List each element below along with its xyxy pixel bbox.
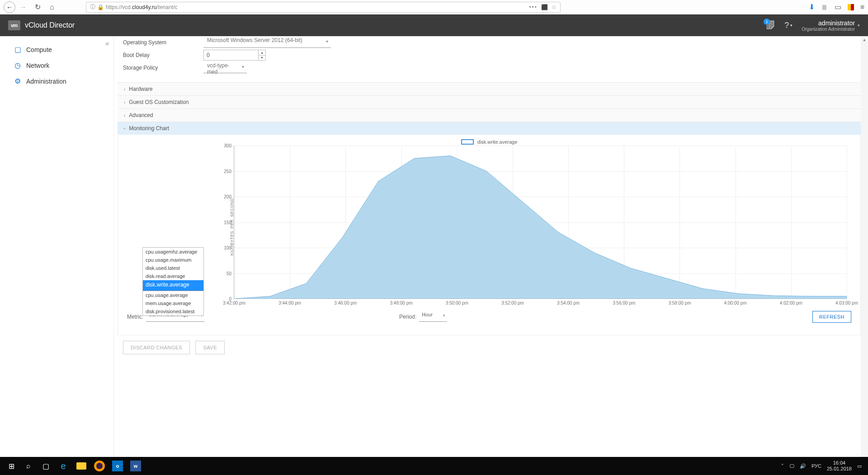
tray-chevron-icon[interactable]: ˄ bbox=[781, 463, 784, 469]
menu-icon[interactable]: ≡ bbox=[860, 3, 864, 11]
chevron-right-icon: › bbox=[124, 100, 125, 105]
boot-delay-label: Boot Delay bbox=[123, 52, 203, 58]
section-guest-os[interactable]: ›Guest OS Customization bbox=[118, 95, 861, 108]
period-select[interactable]: Hour ▾ bbox=[419, 312, 447, 322]
home-button[interactable]: ⌂ bbox=[45, 0, 59, 14]
user-role: Organization Administrator bbox=[802, 27, 855, 32]
sidebar-item-compute[interactable]: ▢ Compute bbox=[0, 42, 113, 57]
tray-network-icon[interactable]: 🖵 bbox=[789, 463, 794, 469]
forward-button[interactable]: → bbox=[16, 0, 30, 14]
period-label: Period: bbox=[399, 314, 416, 320]
tray-volume-icon[interactable]: 🔊 bbox=[800, 463, 806, 469]
metric-option[interactable]: mem.usage.average bbox=[143, 299, 203, 307]
y-tick: 100 bbox=[224, 245, 231, 250]
metric-option[interactable]: disk.used.latest bbox=[143, 264, 203, 272]
tasks-badge: 1 bbox=[764, 19, 770, 25]
user-menu[interactable]: administrator Organization Administrator… bbox=[802, 19, 860, 32]
tray-notifications-icon[interactable]: ▭ bbox=[857, 463, 862, 469]
main-content: Operating System Microsoft Windows Serve… bbox=[114, 36, 868, 457]
x-tick: 4:02:00 pm bbox=[780, 301, 802, 306]
discard-changes-button[interactable]: DISCARD CHANGES bbox=[123, 341, 190, 354]
footer-actions: DISCARD CHANGES SAVE bbox=[118, 335, 861, 354]
sidebar-item-label: Administration bbox=[26, 78, 66, 85]
sidebar-item-label: Compute bbox=[26, 46, 52, 53]
section-monitoring-chart[interactable]: ›Monitoring Chart bbox=[118, 122, 861, 135]
compute-icon: ▢ bbox=[14, 45, 22, 54]
url-bar[interactable]: ⓘ 🔒 https://vcd.cloud4y.ru/tenant/c ••• … bbox=[86, 2, 561, 13]
storage-select[interactable]: vcd-type-med ▾ bbox=[203, 62, 247, 73]
tray-clock[interactable]: 16:04 25.01.2018 bbox=[827, 460, 852, 472]
extension-icon[interactable] bbox=[848, 4, 854, 10]
x-tick: 4:00:00 pm bbox=[724, 301, 747, 306]
os-label: Operating System bbox=[123, 39, 203, 46]
metric-option[interactable]: disk.write.average bbox=[143, 280, 203, 291]
tray-language[interactable]: РУС bbox=[811, 463, 821, 469]
save-button[interactable]: SAVE bbox=[195, 341, 225, 354]
pocket-icon[interactable]: ⬛ bbox=[541, 4, 548, 10]
section-advanced[interactable]: ›Advanced bbox=[118, 108, 861, 122]
sidebar-toggle-icon[interactable]: ▭ bbox=[835, 3, 841, 11]
scroll-up-icon[interactable]: ▲ bbox=[861, 36, 868, 43]
vertical-scrollbar[interactable]: ▲ bbox=[861, 36, 868, 457]
tasks-icon[interactable]: 1 🗐 bbox=[766, 20, 775, 31]
search-icon[interactable]: ⌕ bbox=[20, 457, 37, 475]
legend-label: disk.write.average bbox=[477, 139, 518, 145]
refresh-button[interactable]: REFRESH bbox=[812, 311, 851, 323]
row-storage-policy: Storage Policy vcd-type-med ▾ bbox=[123, 61, 861, 74]
task-view-icon[interactable]: ▢ bbox=[37, 457, 54, 475]
start-button[interactable]: ⊞ bbox=[3, 457, 20, 475]
user-name: administrator bbox=[802, 19, 855, 27]
spinner[interactable]: ▲▼ bbox=[258, 50, 265, 60]
os-select[interactable]: Microsoft Windows Server 2012 (64-bit) ▾ bbox=[203, 37, 331, 48]
taskbar-app-word[interactable]: w bbox=[127, 457, 145, 475]
help-icon[interactable]: ?▾ bbox=[784, 21, 793, 30]
y-tick: 200 bbox=[224, 194, 231, 199]
sidebar-item-administration[interactable]: ⚙ Administration bbox=[0, 73, 113, 89]
chevron-down-icon: ▾ bbox=[242, 64, 244, 69]
reload-button[interactable]: ↻ bbox=[31, 0, 44, 14]
download-icon[interactable]: ⬇ bbox=[809, 3, 815, 11]
library-icon[interactable]: ⫼ bbox=[821, 3, 828, 11]
url-domain: cloud4y.ru bbox=[132, 4, 156, 10]
bookmark-star-icon[interactable]: ☆ bbox=[552, 4, 557, 10]
sidebar-item-network[interactable]: ◷ Network bbox=[0, 57, 113, 73]
row-boot-delay: Boot Delay 0 ▲▼ bbox=[123, 49, 861, 61]
sidebar-item-label: Network bbox=[26, 62, 49, 69]
app-title: vCloud Director bbox=[25, 21, 75, 29]
metric-option[interactable]: disk.read.average bbox=[143, 272, 203, 280]
metric-option[interactable]: cpu.usagemhz.average bbox=[143, 248, 203, 256]
sidebar: « ▢ Compute ◷ Network ⚙ Administration bbox=[0, 36, 114, 457]
chart-legend: disk.write.average bbox=[127, 139, 851, 145]
windows-taskbar: ⊞ ⌕ ▢ e o w ˄ 🖵 🔊 РУС 16:04 25.01.2018 ▭ bbox=[0, 457, 868, 475]
taskbar-app-outlook[interactable]: o bbox=[108, 457, 127, 475]
monitoring-chart-panel: disk.write.average KILOBYTES_PER_SECOND … bbox=[118, 135, 861, 335]
taskbar-app-ie[interactable]: e bbox=[54, 457, 72, 475]
chevron-down-icon: ▾ bbox=[443, 313, 445, 318]
chevron-down-icon: › bbox=[122, 127, 127, 129]
network-icon: ◷ bbox=[14, 61, 22, 70]
lock-icon: 🔒 bbox=[97, 4, 104, 10]
browser-chrome: ← → ↻ ⌂ ⓘ 🔒 https://vcd.cloud4y.ru/tenan… bbox=[0, 0, 868, 14]
metric-label: Metric: bbox=[127, 314, 143, 320]
taskbar-app-explorer[interactable] bbox=[72, 457, 90, 475]
sidebar-collapse-icon[interactable]: « bbox=[105, 40, 109, 47]
storage-label: Storage Policy bbox=[123, 65, 203, 71]
boot-delay-input[interactable]: 0 ▲▼ bbox=[203, 50, 266, 61]
x-tick: 3:56:00 pm bbox=[613, 301, 635, 306]
taskbar-app-firefox[interactable] bbox=[90, 457, 108, 475]
metric-option[interactable]: disk.provisioned.latest bbox=[143, 307, 203, 315]
x-tick: 3:58:00 pm bbox=[668, 301, 691, 306]
x-tick: 3:52:00 pm bbox=[501, 301, 524, 306]
metric-option[interactable]: cpu.usage.average bbox=[143, 291, 203, 299]
x-tick: 3:48:00 pm bbox=[390, 301, 413, 306]
url-prefix: https://vcd. bbox=[106, 4, 132, 10]
page-action-dots[interactable]: ••• bbox=[529, 4, 538, 10]
y-tick: 50 bbox=[226, 271, 231, 276]
metric-dropdown-list[interactable]: cpu.usagemhz.averagecpu.usage.maximumdis… bbox=[142, 247, 204, 316]
chevron-right-icon: › bbox=[124, 113, 125, 118]
back-button[interactable]: ← bbox=[4, 1, 15, 13]
section-hardware[interactable]: ›Hardware bbox=[118, 82, 861, 95]
metric-option[interactable]: cpu.usage.maximum bbox=[143, 256, 203, 264]
row-operating-system: Operating System Microsoft Windows Serve… bbox=[123, 36, 861, 49]
x-tick: 3:46:00 pm bbox=[334, 301, 357, 306]
